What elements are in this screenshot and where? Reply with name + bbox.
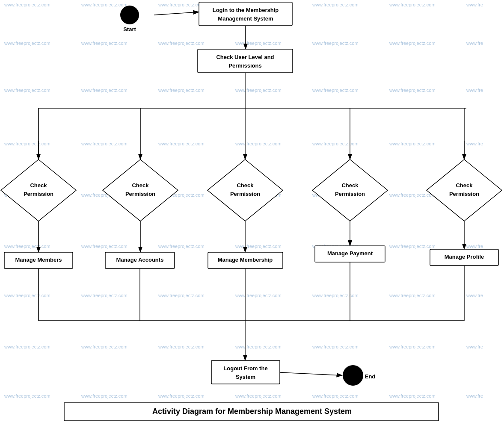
manage-accounts-text: Manage Accounts [116, 257, 164, 263]
svg-text:www.fre: www.fre [466, 244, 483, 249]
diamond2 [103, 159, 178, 221]
svg-text:www.freeprojectz.com: www.freeprojectz.com [81, 393, 127, 398]
manage-members-text: Manage Members [15, 257, 62, 263]
svg-text:www.freeprojectz.com: www.freeprojectz.com [4, 2, 50, 7]
check-user-box [198, 49, 293, 73]
diamond5-text1: Check [456, 182, 473, 189]
diamond3 [208, 159, 283, 221]
svg-line-87 [280, 372, 342, 375]
svg-text:www.freeprojectz.com: www.freeprojectz.com [158, 244, 205, 249]
svg-text:www.freeprojectz.com: www.freeprojectz.com [389, 88, 436, 93]
svg-text:www.freeprojectz.com: www.freeprojectz.com [81, 41, 127, 46]
svg-text:www.freeprojectz.com: www.freeprojectz.com [389, 244, 436, 249]
diamond1-text1: Check [30, 182, 47, 189]
svg-text:www.freeprojectz.com: www.freeprojectz.com [4, 88, 50, 93]
svg-text:www.freeprojectz.com: www.freeprojectz.com [81, 344, 127, 349]
start-label: Start [123, 26, 136, 32]
check-user-text1: Check User Level and [216, 54, 274, 60]
login-text2: Management System [218, 15, 273, 22]
svg-text:www.freeprojectz.com: www.freeprojectz.com [389, 192, 436, 198]
svg-text:www.freeprojectz.com: www.freeprojectz.com [158, 41, 205, 46]
svg-text:www.freeprojectz.com: www.freeprojectz.com [235, 393, 282, 398]
svg-text:www.freeprojectz.com: www.freeprojectz.com [4, 141, 50, 146]
diamond5 [427, 159, 502, 221]
svg-text:www.freeprojectz.com: www.freeprojectz.com [158, 293, 205, 298]
diamond5-text2: Permission [449, 191, 479, 197]
svg-text:www.freeprojectz.com: www.freeprojectz.com [4, 393, 50, 398]
svg-text:www.freeprojectz.com: www.freeprojectz.com [81, 293, 127, 298]
svg-text:www.freeprojectz.com: www.freeprojectz.com [158, 141, 205, 146]
svg-text:www.freeprojectz.com: www.freeprojectz.com [158, 88, 205, 93]
diamond1 [1, 159, 76, 221]
svg-text:www.freeprojectz.com: www.freeprojectz.com [312, 2, 359, 7]
login-text: Login to the Membership [213, 7, 279, 13]
diamond2-text2: Permission [125, 191, 155, 197]
diamond3-text1: Check [237, 182, 254, 189]
svg-text:www.freeprojectz.com: www.freeprojectz.com [389, 41, 436, 46]
svg-text:www.freeprojectz.com: www.freeprojectz.com [81, 141, 127, 146]
manage-payment-text: Manage Payment [327, 250, 373, 257]
logout-box [211, 360, 280, 384]
svg-text:www.freeprojectz.com: www.freeprojectz.com [235, 88, 282, 93]
login-box [199, 2, 292, 26]
svg-text:www.freeprojectz.com: www.freeprojectz.com [312, 393, 359, 398]
svg-text:www.fre: www.fre [466, 2, 483, 7]
diamond4-text1: Check [341, 182, 359, 189]
diamond4 [312, 159, 388, 221]
svg-text:www.freeprojectz.com: www.freeprojectz.com [4, 293, 50, 298]
svg-text:www.freeprojectz.com: www.freeprojectz.com [312, 88, 359, 93]
diamond3-text2: Permission [230, 191, 260, 197]
svg-text:www.freeprojectz.com: www.freeprojectz.com [389, 2, 436, 7]
svg-text:www.freeprojectz.com: www.freeprojectz.com [312, 293, 359, 298]
manage-membership-text: Manage Membership [218, 257, 273, 263]
check-user-text2: Permissions [228, 62, 261, 69]
svg-text:www.freeprojectz.com: www.freeprojectz.com [4, 344, 50, 349]
svg-text:www.freeprojectz.com: www.freeprojectz.com [158, 344, 205, 349]
logout-text1: Logout From the [223, 365, 267, 372]
svg-text:www.freeprojectz.com: www.freeprojectz.com [4, 244, 50, 249]
svg-text:www.freeprojectz.com: www.freeprojectz.com [235, 41, 282, 46]
svg-text:www.fre: www.fre [466, 393, 483, 398]
svg-text:www.fre: www.fre [466, 88, 483, 93]
svg-text:www.freeprojectz.com: www.freeprojectz.com [235, 344, 282, 349]
svg-text:www.freeprojectz.com: www.freeprojectz.com [81, 2, 127, 7]
svg-text:www.freeprojectz.com: www.freeprojectz.com [235, 244, 282, 249]
svg-text:www.fre: www.fre [466, 141, 483, 146]
svg-text:www.freeprojectz.com: www.freeprojectz.com [389, 344, 436, 349]
svg-text:www.freeprojectz.com: www.freeprojectz.com [235, 293, 282, 298]
diamond4-text2: Permission [335, 191, 365, 197]
svg-text:www.freeprojectz.com: www.freeprojectz.com [4, 41, 50, 46]
diamond2-text1: Check [132, 182, 149, 189]
svg-text:www.freeprojectz.com: www.freeprojectz.com [312, 344, 359, 349]
svg-text:www.freeprojectz.com: www.freeprojectz.com [158, 2, 205, 7]
svg-text:www.freeprojectz.com: www.freeprojectz.com [389, 393, 436, 398]
start-circle [120, 6, 139, 24]
svg-text:www.freeprojectz.com: www.freeprojectz.com [389, 293, 436, 298]
diamond1-text2: Permission [24, 191, 53, 197]
svg-text:www.freeprojectz.com: www.freeprojectz.com [312, 41, 359, 46]
svg-text:www.freeprojectz.com: www.freeprojectz.com [158, 393, 205, 398]
svg-text:www.freeprojectz.com: www.freeprojectz.com [389, 141, 436, 146]
svg-text:www.freeprojectz.com: www.freeprojectz.com [81, 88, 127, 93]
end-circle [343, 365, 363, 386]
end-label: End [365, 373, 376, 380]
diagram-container: www.freeprojectz.com www.freeprojectz.co… [0, 0, 504, 425]
svg-text:www.fre: www.fre [466, 293, 483, 298]
svg-text:www.fre: www.fre [466, 344, 483, 349]
diagram-title: Activity Diagram for Membership Manageme… [152, 407, 352, 416]
manage-profile-text: Manage Profile [445, 254, 484, 260]
svg-line-64 [154, 12, 199, 15]
svg-text:www.freeprojectz.com: www.freeprojectz.com [312, 141, 359, 146]
svg-text:www.fre: www.fre [466, 41, 483, 46]
svg-text:www.freeprojectz.com: www.freeprojectz.com [235, 141, 282, 146]
svg-text:www.freeprojectz.com: www.freeprojectz.com [81, 244, 127, 249]
logout-text2: System [236, 374, 255, 380]
